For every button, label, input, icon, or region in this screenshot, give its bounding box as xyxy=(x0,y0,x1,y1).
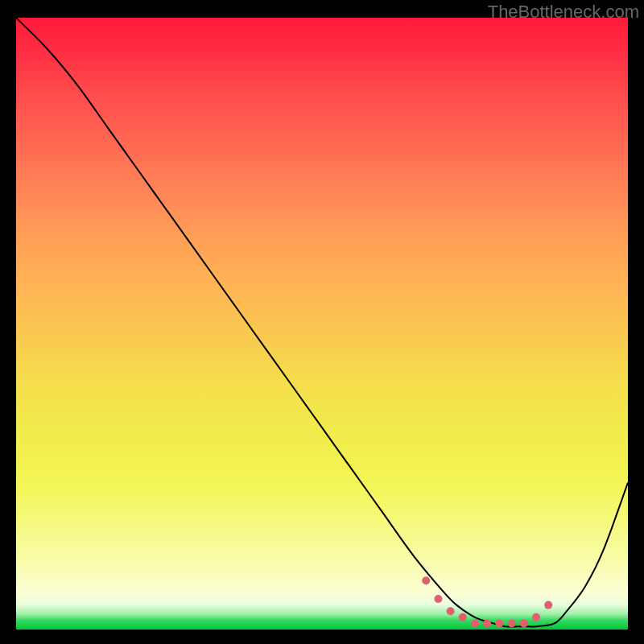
svg-point-4 xyxy=(471,619,479,627)
svg-point-1 xyxy=(434,595,442,603)
svg-point-7 xyxy=(508,619,516,627)
svg-point-10 xyxy=(544,601,552,609)
svg-point-8 xyxy=(520,619,528,627)
svg-point-2 xyxy=(447,607,455,615)
optimal-zone-markers xyxy=(16,18,628,630)
svg-point-5 xyxy=(483,619,491,627)
svg-point-0 xyxy=(422,576,430,584)
svg-point-3 xyxy=(459,613,467,621)
svg-point-9 xyxy=(532,613,540,621)
svg-point-6 xyxy=(495,619,503,627)
watermark-label: TheBottleneck.com xyxy=(488,2,639,23)
